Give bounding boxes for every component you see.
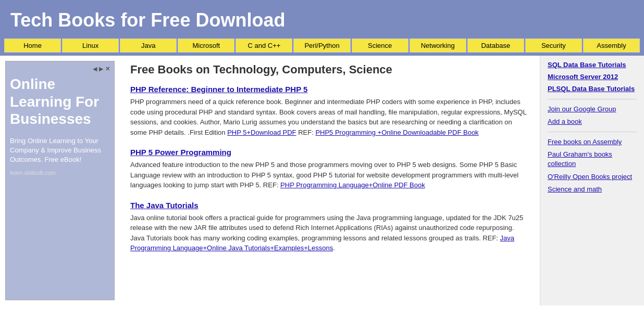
nav-item-security[interactable]: Security bbox=[525, 39, 582, 53]
site-title: Tech Books for Free Download bbox=[10, 9, 634, 31]
book-entry-1: PHP Reference: Beginner to Intermediate … bbox=[130, 85, 529, 137]
book-title-2[interactable]: PHP 5 Power Programming bbox=[130, 148, 231, 157]
right-link-science[interactable]: Science and math bbox=[548, 185, 637, 194]
book1-link2[interactable]: PHP5 Programming +Online Downloadable PD… bbox=[315, 129, 478, 136]
right-link-plsql[interactable]: PLSQL Data Base Tutorials bbox=[548, 85, 637, 94]
right-divider-2 bbox=[548, 132, 637, 132]
left-sidebar: ◀ ▶ ✕ Online Learning For Businesses Bri… bbox=[0, 56, 120, 305]
right-link-graham[interactable]: Paul Graham's books collection bbox=[548, 150, 637, 169]
ad-next-icon[interactable]: ▶ bbox=[99, 66, 103, 72]
ad-prev-icon[interactable]: ◀ bbox=[93, 66, 97, 72]
ad-footer: learn.skillsoft.com bbox=[10, 170, 110, 176]
ad-headline: Online Learning For Businesses bbox=[10, 75, 110, 128]
nav-item-assembly[interactable]: Assembly bbox=[583, 39, 640, 53]
right-divider-1 bbox=[548, 99, 637, 99]
nav-item-science[interactable]: Science bbox=[352, 39, 408, 53]
book-entry-3: The Java Tutorials Java online tutorial … bbox=[130, 201, 529, 253]
right-sidebar: SQL Data Base Tutorials Microsoft Server… bbox=[540, 56, 644, 305]
book-title-1[interactable]: PHP Reference: Beginner to Intermediate … bbox=[130, 85, 307, 94]
nav-item-linux[interactable]: Linux bbox=[62, 39, 119, 53]
nav-item-c-cpp[interactable]: C and C++ bbox=[236, 39, 292, 53]
nav-item-microsoft[interactable]: Microsoft bbox=[178, 39, 234, 53]
book-entry-2: PHP 5 Power Programming Advanced feature… bbox=[130, 148, 529, 190]
ad-body: Bring Online Learning to Your Company & … bbox=[10, 136, 110, 165]
nav-item-java[interactable]: Java bbox=[120, 39, 177, 53]
ad-close-icon[interactable]: ✕ bbox=[105, 66, 110, 72]
advertisement-box: ◀ ▶ ✕ Online Learning For Businesses Bri… bbox=[5, 61, 115, 300]
main-content-area: Free Books on Technology, Computers, Sci… bbox=[120, 56, 540, 305]
right-link-google[interactable]: Join our Google Group bbox=[548, 105, 637, 114]
nav-item-networking[interactable]: Networking bbox=[410, 39, 466, 53]
right-link-add[interactable]: Add a book bbox=[548, 117, 637, 126]
book-desc-2: Advanced feature introduction to the new… bbox=[130, 160, 529, 190]
right-link-assembly[interactable]: Free books on Assembly bbox=[548, 137, 637, 147]
nav-items-container: HomeLinuxJavaMicrosoftC and C++Perl/Pyth… bbox=[0, 39, 644, 53]
nav-item-home[interactable]: Home bbox=[4, 39, 61, 53]
book-desc-3: Java online tutorial book offers a pract… bbox=[130, 213, 529, 253]
navigation-bar: HomeLinuxJavaMicrosoftC and C++Perl/Pyth… bbox=[0, 39, 644, 56]
book-desc-1: PHP programmers need of a quick referenc… bbox=[130, 97, 529, 137]
body-wrapper: ◀ ▶ ✕ Online Learning For Businesses Bri… bbox=[0, 56, 644, 305]
right-link-sql[interactable]: SQL Data Base Tutorials bbox=[548, 61, 637, 70]
nav-item-database[interactable]: Database bbox=[467, 39, 524, 53]
book3-link1[interactable]: Java Programming Language+Online Java Tu… bbox=[130, 234, 514, 252]
page-header: Tech Books for Free Download bbox=[0, 0, 644, 39]
book2-link1[interactable]: PHP Programming Language+Online PDF Book bbox=[280, 181, 425, 189]
main-heading: Free Books on Technology, Computers, Sci… bbox=[130, 63, 529, 76]
book1-link1[interactable]: PHP 5+Download PDF bbox=[227, 129, 296, 136]
right-link-oreilly[interactable]: O'Reilly Open Books project bbox=[548, 172, 637, 182]
nav-item-perl-python[interactable]: Perl/Python bbox=[293, 39, 350, 53]
book-title-3[interactable]: The Java Tutorials bbox=[130, 201, 199, 210]
ad-controls: ◀ ▶ ✕ bbox=[10, 66, 110, 72]
right-link-ms[interactable]: Microsoft Server 2012 bbox=[548, 73, 637, 82]
